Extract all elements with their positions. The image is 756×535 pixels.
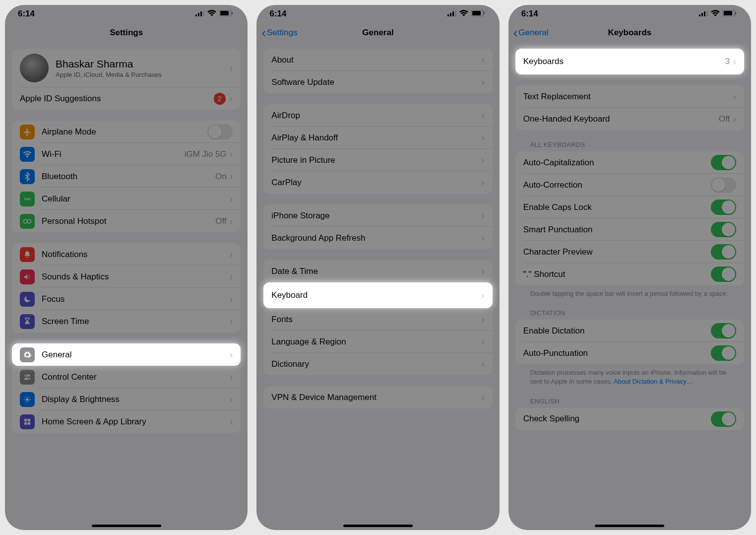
datetime-row[interactable]: Date & Time› <box>263 260 492 282</box>
notifications-row[interactable]: Notifications › <box>12 243 241 266</box>
dictation-row: Enable Dictation <box>515 320 744 342</box>
row-label: Focus <box>42 294 230 304</box>
battery-icon <box>723 9 736 19</box>
software-update-row[interactable]: Software Update› <box>263 71 492 93</box>
back-button[interactable]: ‹ General <box>513 25 549 41</box>
pip-row[interactable]: Picture in Picture› <box>263 149 492 171</box>
svg-rect-27 <box>704 11 705 16</box>
svg-rect-28 <box>706 10 708 16</box>
row-label: General <box>42 350 230 360</box>
screentime-row[interactable]: Screen Time › <box>12 310 241 333</box>
text-replacement-row[interactable]: Text Replacement› <box>515 85 744 108</box>
row-label: Smart Punctuation <box>523 225 711 235</box>
airdrop-row[interactable]: AirDrop› <box>263 104 492 127</box>
airplane-row[interactable]: Airplane Mode <box>12 121 241 143</box>
signal-icon <box>699 9 708 19</box>
row-label: Notifications <box>42 250 230 260</box>
charprev-toggle[interactable] <box>711 244 736 260</box>
carplay-row[interactable]: CarPlay› <box>263 171 492 194</box>
chevron-right-icon: › <box>230 293 233 305</box>
keyboards-row[interactable]: Keyboards 3 › <box>515 49 744 74</box>
chevron-right-icon: › <box>230 193 233 204</box>
back-button[interactable]: ‹ Settings <box>261 25 297 41</box>
language-row[interactable]: Language & Region› <box>263 331 492 353</box>
keyboard-row[interactable]: Keyboard› <box>263 282 492 308</box>
status-icons <box>447 9 485 19</box>
hotspot-icon <box>20 214 35 229</box>
svg-point-7 <box>24 219 28 223</box>
back-label: Settings <box>267 28 297 38</box>
autopunc-toggle[interactable] <box>711 345 736 361</box>
storage-row[interactable]: iPhone Storage› <box>263 204 492 227</box>
capslock-toggle[interactable] <box>711 200 736 215</box>
home-indicator[interactable] <box>595 525 664 527</box>
shortcut-toggle[interactable] <box>711 267 736 282</box>
smartpunc-toggle[interactable] <box>711 222 736 237</box>
row-label: Software Update <box>271 77 481 87</box>
home-indicator[interactable] <box>92 525 161 527</box>
fonts-row[interactable]: Fonts› <box>263 308 492 331</box>
svg-point-8 <box>27 219 31 223</box>
grid-icon <box>20 414 35 429</box>
spelling-toggle[interactable] <box>711 411 736 427</box>
about-row[interactable]: About› <box>263 49 492 71</box>
refresh-row[interactable]: Background App Refresh› <box>263 227 492 249</box>
profile-row[interactable]: Bhaskar Sharma Apple ID, iCloud, Media &… <box>12 49 241 87</box>
chevron-right-icon: › <box>733 91 736 102</box>
row-label: Bluetooth <box>42 172 215 182</box>
profile-sub: Apple ID, iCloud, Media & Purchases <box>56 71 230 78</box>
svg-rect-5 <box>220 11 229 15</box>
row-label: Apple ID Suggestions <box>20 94 214 104</box>
airplane-toggle[interactable] <box>207 124 233 139</box>
row-label: Dictionary <box>271 359 481 369</box>
hotspot-row[interactable]: Personal Hotspot Off › <box>12 210 241 232</box>
dictation-privacy-link[interactable]: About Dictation & Privacy… <box>614 378 693 385</box>
cellular-icon <box>20 192 35 206</box>
row-label: About <box>271 55 481 65</box>
row-label: AirDrop <box>271 111 481 121</box>
row-label: Display & Brightness <box>42 395 230 404</box>
wifi-row[interactable]: Wi-Fi iGM Jio 5G › <box>12 143 241 165</box>
autocorr-toggle[interactable] <box>711 177 736 193</box>
home-indicator[interactable] <box>343 525 413 527</box>
vpn-row[interactable]: VPN & Device Management› <box>263 386 492 408</box>
chevron-right-icon: › <box>230 63 233 74</box>
one-handed-row[interactable]: One-Handed KeyboardOff› <box>515 108 744 130</box>
row-detail: On <box>215 172 227 182</box>
control-center-row[interactable]: Control Center › <box>12 366 241 388</box>
status-icons <box>195 9 233 19</box>
svg-rect-24 <box>484 12 485 14</box>
section-header-english: English <box>530 398 744 405</box>
focus-row[interactable]: Focus › <box>12 288 241 310</box>
chevron-right-icon: › <box>481 358 485 370</box>
homescreen-row[interactable]: Home Screen & App Library › <box>12 410 241 433</box>
chevron-right-icon: › <box>481 210 485 221</box>
chevron-right-icon: › <box>481 132 485 143</box>
svg-rect-10 <box>24 378 30 380</box>
general-row[interactable]: General › <box>12 343 241 366</box>
svg-rect-15 <box>28 419 30 421</box>
airplay-row[interactable]: AirPlay & Handoff› <box>263 127 492 149</box>
row-label: Home Screen & App Library <box>42 417 230 427</box>
apple-id-suggestions-row[interactable]: Apple ID Suggestions 2 › <box>12 87 241 110</box>
battery-icon <box>219 9 233 19</box>
svg-rect-14 <box>24 419 27 421</box>
row-label: "." Shortcut <box>523 269 711 279</box>
autocap-toggle[interactable] <box>711 155 736 170</box>
charprev-row: Character Preview <box>515 241 744 263</box>
display-row[interactable]: Display & Brightness › <box>12 388 241 410</box>
bluetooth-row[interactable]: Bluetooth On › <box>12 165 241 188</box>
row-detail: Off <box>215 216 226 226</box>
cellular-row[interactable]: Cellular › <box>12 188 241 210</box>
row-detail: Off <box>719 114 730 124</box>
svg-rect-20 <box>452 11 454 16</box>
dictation-toggle[interactable] <box>711 323 736 338</box>
chevron-right-icon: › <box>481 232 485 244</box>
wifi-icon <box>711 9 720 19</box>
dictionary-row[interactable]: Dictionary› <box>263 353 492 375</box>
screen-general: 6:14 ‹ Settings General About› Software … <box>256 5 499 530</box>
sounds-row[interactable]: Sounds & Haptics › <box>12 266 241 288</box>
svg-rect-6 <box>232 12 233 14</box>
row-label: Sounds & Haptics <box>42 272 230 282</box>
footer-shortcut: Double tapping the space bar will insert… <box>530 289 729 298</box>
